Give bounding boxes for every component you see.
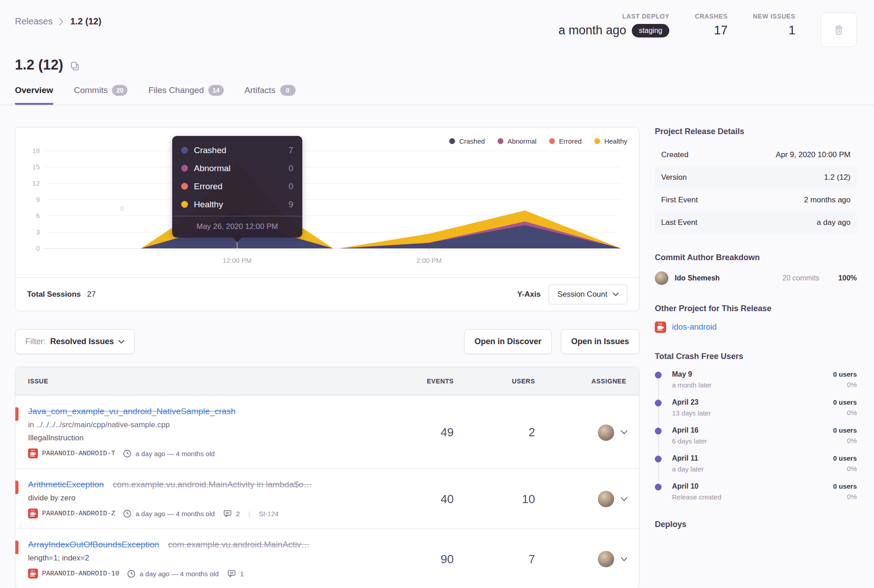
- page-title: 1.2 (12): [15, 57, 63, 73]
- open-in-issues-button[interactable]: Open in Issues: [561, 329, 639, 354]
- java-project-icon: [28, 448, 38, 458]
- last-deploy-label: LAST DEPLOY: [559, 13, 670, 20]
- other-project-link[interactable]: idos-android: [672, 322, 717, 332]
- timeline-item: April 23 13 days later 0 users 0%: [655, 398, 857, 417]
- timeline-percent: 0%: [833, 465, 857, 472]
- legend-item-healthy[interactable]: Healthy: [594, 137, 627, 145]
- release-sidebar: Project Release Details Created Apr 9, 2…: [655, 127, 857, 537]
- legend-dot-abnormal: [498, 138, 503, 144]
- tab-commits[interactable]: Commits 20: [74, 85, 128, 105]
- legend-item-abnormal[interactable]: Abnormal: [498, 137, 536, 145]
- other-project-heading: Other Project for This Release: [655, 304, 857, 313]
- tab-commits-label: Commits: [74, 85, 108, 95]
- legend-dot-crashed: [449, 138, 455, 144]
- svg-text:0: 0: [36, 244, 40, 252]
- issues-table-header: ISSUE EVENTS USERS ASSIGNEE: [15, 367, 639, 395]
- copy-version-button[interactable]: [70, 61, 80, 71]
- issues-filter-dropdown[interactable]: Filter: Resolved Issues: [15, 329, 135, 354]
- assignee-dropdown[interactable]: [535, 425, 639, 441]
- timeline-date: April 10: [672, 482, 721, 490]
- filter-row: Filter: Resolved Issues Open in Discover…: [15, 329, 639, 354]
- tab-commits-badge: 20: [112, 85, 127, 96]
- detail-row-version: Version 1.2 (12): [655, 166, 857, 189]
- timeline-users: 0 users: [833, 398, 857, 406]
- tooltip-label-crashed: Crashed: [194, 145, 226, 155]
- title-row: 1.2 (12): [0, 47, 874, 73]
- tab-artifacts[interactable]: Artifacts 0: [244, 85, 296, 105]
- issue-age: a day ago — 4 months old: [136, 450, 215, 457]
- open-in-discover-button[interactable]: Open in Discover: [464, 329, 552, 354]
- timeline-when: 6 days later: [672, 437, 707, 445]
- trash-icon: [832, 23, 845, 36]
- timeline-date: April 11: [672, 454, 704, 462]
- chevron-down-icon: [118, 340, 124, 344]
- chart-footer: Total Sessions 27 Y-Axis Session Count: [15, 277, 639, 311]
- sessions-chart-svg: 036912151812:00 PM2:00 PM: [15, 127, 639, 277]
- chevron-down-icon: [621, 557, 627, 561]
- issue-title-link[interactable]: ArithmeticException: [28, 480, 104, 489]
- detail-label: Created: [661, 150, 688, 159]
- author-percent: 100%: [838, 274, 857, 282]
- issue-events-count: 49: [372, 425, 454, 439]
- java-project-icon: [28, 509, 38, 518]
- legend-dot-healthy: [594, 138, 600, 144]
- tab-files-changed-label: Files Changed: [148, 85, 204, 95]
- legend-label-errored: Errored: [559, 137, 582, 145]
- detail-value: 1.2 (12): [824, 173, 851, 182]
- clock-icon: [123, 449, 132, 458]
- timeline-when: Release created: [672, 493, 721, 501]
- crash-free-heading: Total Crash Free Users: [655, 352, 857, 361]
- issue-culprit: com.example.vu.android.MainActiv…: [168, 540, 310, 549]
- assignee-avatar: [598, 551, 614, 567]
- column-issue: ISSUE: [15, 378, 372, 385]
- timeline-item: May 9 a month later 0 users 0%: [655, 370, 857, 389]
- timeline-dot: [655, 428, 662, 434]
- issue-title-link[interactable]: Java_com_example_vu_android_NativeSample…: [28, 406, 235, 416]
- issue-row: ArrayIndexOutOfBoundsException com.examp…: [15, 528, 639, 588]
- assignee-avatar: [598, 491, 614, 507]
- issue-age: a day ago — 4 months old: [140, 570, 219, 578]
- issues-table: ISSUE EVENTS USERS ASSIGNEE Java_com_exa…: [15, 367, 639, 588]
- timeline-item: April 16 6 days later 0 users 0%: [655, 426, 857, 445]
- svg-text:12: 12: [32, 179, 40, 187]
- total-sessions-label: Total Sessions: [27, 290, 81, 299]
- tab-overview[interactable]: Overview: [15, 85, 53, 105]
- y-axis-label: Y-Axis: [517, 290, 540, 299]
- commit-author-row: Ido Shemesh 20 commits 100%: [655, 271, 857, 285]
- project-tag[interactable]: PARANOID-ANDROID-Z: [42, 510, 115, 518]
- issue-row: Java_com_example_vu_android_NativeSample…: [15, 395, 639, 468]
- release-tabs: Overview Commits 20 Files Changed 14 Art…: [0, 73, 874, 105]
- issue-events-count: 90: [372, 552, 454, 566]
- sessions-chart[interactable]: 036912151812:00 PM2:00 PM Crashed Abnorm…: [15, 127, 639, 277]
- project-tag[interactable]: PARANOID-ANDROID-10: [42, 570, 119, 578]
- breadcrumb-chevron-icon: [59, 18, 64, 26]
- assignee-dropdown[interactable]: [535, 551, 639, 567]
- issue-events-count: 40: [372, 492, 454, 506]
- topbar: Releases 1.2 (12) LAST DEPLOY a month ag…: [0, 0, 874, 47]
- legend-item-crashed[interactable]: Crashed: [449, 137, 485, 145]
- detail-row-created: Created Apr 9, 2020 10:00 PM: [655, 144, 857, 166]
- issue-title-link[interactable]: ArrayIndexOutOfBoundsException: [28, 540, 159, 549]
- timeline-users: 0 users: [833, 482, 857, 490]
- crash-free-users-section: Total Crash Free Users May 9 a month lat…: [655, 352, 857, 501]
- detail-label: Version: [661, 173, 687, 182]
- breadcrumb-releases-link[interactable]: Releases: [15, 16, 52, 27]
- y-axis-select[interactable]: Session Count: [549, 285, 627, 304]
- comments-icon: [227, 569, 236, 578]
- clock-icon: [127, 569, 136, 578]
- timeline-dot: [655, 372, 662, 378]
- project-tag[interactable]: PARANOID-ANDROID-T: [42, 450, 115, 457]
- legend-label-crashed: Crashed: [459, 137, 485, 145]
- tab-files-changed[interactable]: Files Changed 14: [148, 85, 224, 105]
- assignee-dropdown[interactable]: [535, 491, 639, 507]
- legend-label-abnormal: Abnormal: [507, 137, 536, 145]
- legend-item-errored[interactable]: Errored: [549, 137, 582, 145]
- crashes-value: 17: [714, 23, 728, 37]
- copy-icon: [70, 61, 80, 71]
- timeline-dot: [655, 484, 662, 490]
- detail-value: Apr 9, 2020 10:00 PM: [776, 150, 851, 159]
- tooltip-row-abnormal: Abnormal 0: [181, 161, 293, 175]
- tooltip-row-crashed: Crashed 7: [181, 143, 293, 157]
- delete-release-button[interactable]: [821, 13, 857, 47]
- tooltip-value-healthy: 9: [288, 200, 293, 210]
